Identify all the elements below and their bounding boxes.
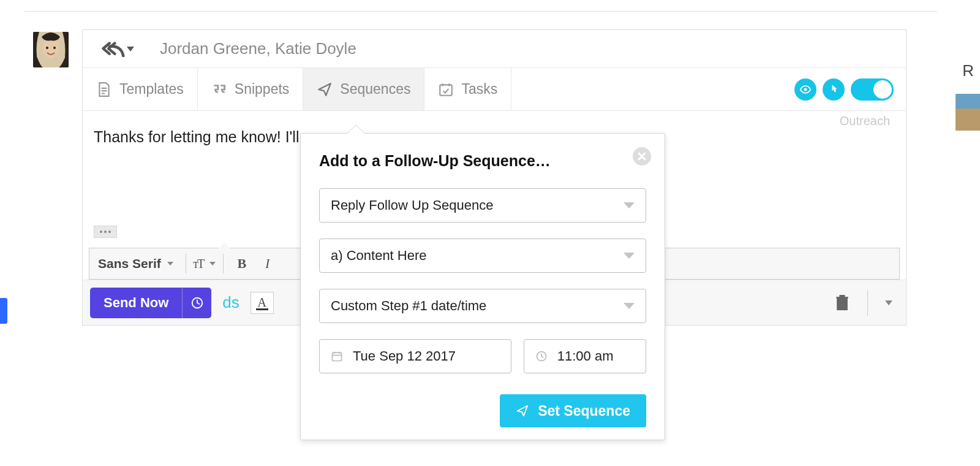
chevron-down-icon — [167, 262, 173, 265]
time-value: 11:00 am — [557, 348, 614, 364]
clock-icon — [190, 296, 204, 310]
more-options-button[interactable] — [885, 300, 892, 305]
discard-draft-button[interactable] — [834, 294, 850, 312]
top-divider — [24, 11, 937, 12]
extension-tabs: Templates Snippets Sequences Tasks Outre… — [83, 68, 906, 111]
bold-button[interactable]: B — [231, 253, 253, 275]
tab-snippets-label: Snippets — [235, 81, 290, 97]
chevron-down-icon — [624, 253, 635, 259]
popover-title: Add to a Follow-Up Sequence… — [319, 152, 646, 170]
quote-icon — [211, 82, 227, 97]
document-icon — [96, 82, 112, 97]
sequence-select[interactable]: Reply Follow Up Sequence — [319, 188, 646, 223]
set-sequence-label: Set Sequence — [538, 403, 630, 419]
tracking-eye-button[interactable] — [794, 78, 816, 101]
chevron-down-icon — [209, 262, 216, 265]
chevron-down-icon — [127, 47, 134, 52]
step-select-value: Custom Step #1 date/time — [331, 298, 486, 314]
paper-plane-icon — [516, 404, 529, 418]
left-side-handle[interactable] — [0, 298, 7, 324]
send-now-label: Send Now — [104, 295, 168, 311]
right-sidebar: R — [937, 61, 980, 131]
popover-arrow — [347, 125, 364, 134]
font-size-select[interactable]: тT — [194, 253, 216, 275]
italic-button[interactable]: I — [257, 253, 279, 275]
chevron-down-icon — [624, 202, 635, 208]
trash-icon — [834, 294, 850, 312]
tab-sequences-label: Sequences — [340, 81, 410, 97]
compose-header — [83, 30, 906, 68]
text-color-button[interactable]: A — [251, 292, 274, 314]
pointer-icon — [827, 83, 840, 96]
tab-sequences[interactable]: Sequences — [303, 68, 424, 110]
avatar — [33, 32, 69, 67]
template-select-value: a) Content Here — [331, 248, 427, 264]
template-select[interactable]: a) Content Here — [319, 239, 646, 273]
body-text: Thanks for letting me know! I'll r — [94, 128, 309, 145]
clock-icon — [535, 350, 548, 362]
calendar-icon — [331, 350, 343, 362]
step-select[interactable]: Custom Step #1 date/time — [319, 289, 646, 323]
time-picker[interactable]: 11:00 am — [524, 339, 646, 373]
close-button[interactable] — [633, 147, 651, 166]
outreach-toggle[interactable] — [851, 78, 894, 101]
calendar-check-icon — [438, 82, 454, 97]
reply-all-button[interactable] — [100, 41, 134, 57]
font-family-select[interactable]: Sans Serif — [98, 256, 178, 271]
trimmed-content-toggle[interactable] — [94, 226, 117, 238]
svg-point-5 — [804, 88, 807, 91]
outreach-label: Outreach — [836, 114, 894, 128]
paper-plane-icon — [317, 82, 333, 97]
svg-point-3 — [53, 47, 56, 49]
text-size-icon: тT — [193, 257, 203, 271]
chevron-down-icon — [624, 303, 635, 309]
right-initial: R — [937, 61, 980, 80]
date-picker[interactable]: Tue Sep 12 2017 — [319, 339, 511, 373]
divider — [223, 254, 224, 273]
eye-icon — [799, 83, 812, 96]
ds-label: ds — [222, 293, 239, 311]
send-button-group: Send Now — [90, 288, 211, 318]
sequence-popover: Add to a Follow-Up Sequence… Reply Follo… — [300, 133, 665, 440]
font-family-label: Sans Serif — [98, 256, 161, 271]
svg-rect-7 — [333, 353, 342, 361]
tracking-click-button[interactable] — [823, 78, 845, 101]
send-now-button[interactable]: Send Now — [90, 288, 182, 318]
close-icon — [638, 152, 646, 161]
tab-tasks[interactable]: Tasks — [424, 68, 511, 110]
recipients-input[interactable] — [159, 39, 889, 59]
svg-rect-4 — [440, 85, 453, 95]
divider — [867, 290, 868, 316]
divider — [186, 254, 186, 273]
tab-tasks-label: Tasks — [461, 81, 497, 97]
ds-button[interactable]: ds — [220, 293, 241, 312]
set-sequence-button[interactable]: Set Sequence — [500, 394, 646, 427]
date-value: Tue Sep 12 2017 — [353, 348, 456, 364]
tab-templates[interactable]: Templates — [83, 68, 198, 110]
tab-snippets[interactable]: Snippets — [198, 68, 304, 110]
tab-templates-label: Templates — [119, 81, 184, 97]
svg-point-2 — [46, 47, 48, 49]
sequence-select-value: Reply Follow Up Sequence — [331, 197, 493, 213]
thumbnail — [956, 94, 980, 131]
schedule-send-button[interactable] — [182, 288, 211, 318]
